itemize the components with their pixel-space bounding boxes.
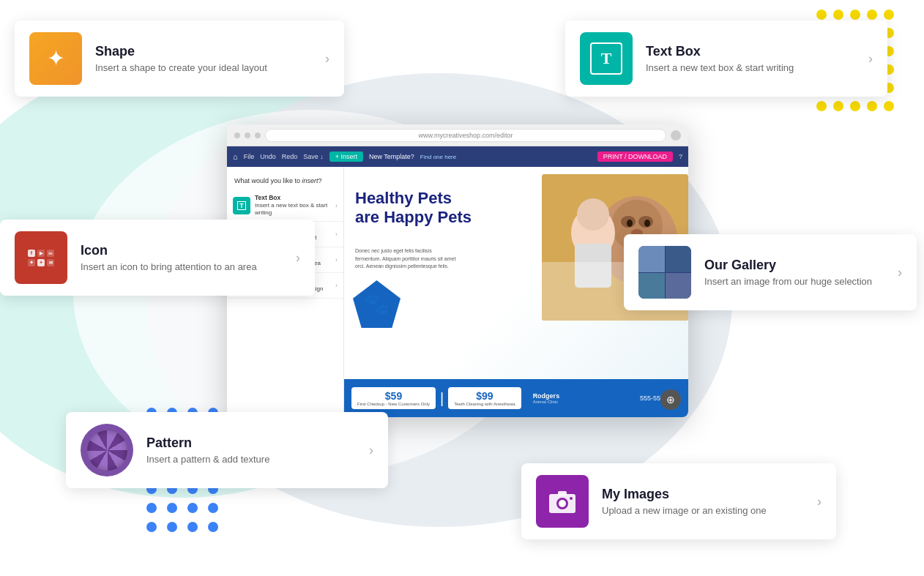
ad-separator: |	[440, 390, 444, 407]
gallery-card-desc: Insert an image from our huge selection	[704, 276, 889, 287]
myimages-card-icon	[536, 475, 589, 528]
shape-card-text: Shape Insert a shape to create your idea…	[95, 44, 316, 73]
svg-point-10	[627, 220, 633, 227]
sidebar-icon-textbox: T	[233, 197, 250, 214]
ad-price-box-2: $99 Teeth Cleaning with Anesthesia	[448, 387, 521, 409]
myimages-card-desc: Upload a new image or an existing one	[602, 505, 808, 516]
sidebar-arrow-shape: ›	[335, 231, 338, 238]
svg-point-14	[577, 198, 609, 231]
pattern-card-arrow: ›	[369, 443, 373, 458]
ad-price-2: $99	[454, 390, 515, 402]
sidebar-arrow-pattern: ›	[335, 282, 338, 289]
toolbar-find-here-link[interactable]: Find one here	[420, 154, 456, 160]
ad-blue-strip: $59 First Checkup - New Customers Only |…	[344, 379, 688, 417]
textbox-card-desc: Insert a new text box & start writing	[646, 62, 860, 73]
svg-rect-3	[558, 491, 567, 495]
browser-toolbar: ⌂ File Undo Redo Save ↓ + Insert New Tem…	[227, 146, 688, 167]
svg-point-4	[570, 497, 573, 500]
ad-price-1: $59	[357, 390, 430, 402]
url-text: www.mycreativeshop.com/editor	[418, 132, 513, 139]
toolbar-insert-btn[interactable]: + Insert	[329, 152, 363, 162]
browser-search-icon	[671, 130, 681, 141]
sidebar-item-textbox[interactable]: T Text Box Insert a new text box & start…	[227, 190, 343, 222]
toolbar-redo-btn[interactable]: Redo	[282, 153, 298, 160]
svg-point-11	[644, 220, 650, 227]
shape-star-icon: ✦	[47, 48, 65, 70]
pattern-card[interactable]: Pattern Insert a pattern & add texture ›	[66, 412, 388, 488]
sidebar-arrow-textbox: ›	[335, 202, 338, 209]
myimages-card-text: My Images Upload a new image or an exist…	[602, 487, 808, 516]
textbox-card-title: Text Box	[646, 44, 860, 59]
camera-icon	[548, 488, 577, 515]
pattern-card-desc: Insert a pattern & add texture	[146, 454, 360, 465]
ad-brand-sub: Animal Clinic	[533, 400, 560, 404]
svg-rect-15	[575, 244, 611, 288]
browser-address-bar: www.mycreativeshop.com/editor	[227, 124, 688, 146]
shape-card-icon: ✦	[29, 32, 82, 85]
sidebar-question: What would you like to insert?	[227, 174, 343, 190]
shape-card-arrow: ›	[325, 51, 329, 67]
ad-price-box-1: $59 First Checkup - New Customers Only	[351, 387, 436, 409]
shape-card-desc: Insert a shape to create your ideal layo…	[95, 62, 316, 73]
pattern-card-icon	[81, 424, 133, 476]
textbox-card[interactable]: T Text Box Insert a new text box & start…	[565, 20, 887, 97]
ad-pet-shape: 🐾	[353, 280, 400, 328]
zoom-button[interactable]: ⊕	[660, 389, 681, 410]
sidebar-label-textbox: Text Box Insert a new text box & start w…	[255, 194, 335, 217]
shape-card[interactable]: ✦ Shape Insert a shape to create your id…	[15, 20, 344, 97]
textbox-card-text: Text Box Insert a new text box & start w…	[646, 44, 860, 73]
textbox-card-icon: T	[580, 32, 633, 85]
ad-body-text: Donec nec justo eget felis facilisis fer…	[355, 247, 458, 271]
toolbar-save-btn[interactable]: Save ↓	[303, 153, 324, 160]
toolbar-file-btn[interactable]: File	[244, 153, 255, 160]
toolbar-home-btn[interactable]: ⌂	[233, 152, 238, 161]
icon-card[interactable]: f ▶ in ✦ + ✉ Icon Insert an icon to brin…	[0, 220, 315, 296]
shape-card-title: Shape	[95, 44, 316, 59]
myimages-card-title: My Images	[602, 487, 808, 502]
myimages-card[interactable]: My Images Upload a new image or an exist…	[521, 463, 836, 539]
myimages-card-arrow: ›	[817, 494, 821, 509]
toolbar-undo-btn[interactable]: Undo	[260, 153, 276, 160]
icon-card-title: Icon	[81, 243, 287, 258]
textbox-T-icon: T	[590, 42, 622, 75]
gallery-cell-2	[666, 246, 692, 272]
icon-card-text: Icon Insert an icon to bring attention t…	[81, 243, 287, 272]
gallery-card[interactable]: Our Gallery Insert an image from our hug…	[624, 234, 917, 310]
gallery-card-icon	[638, 246, 691, 299]
ad-brand-name: Rodgers	[533, 392, 560, 400]
icon-card-desc: Insert an icon to bring attention to an …	[81, 261, 287, 272]
pattern-card-title: Pattern	[146, 435, 360, 451]
toolbar-help-btn[interactable]: ?	[679, 153, 682, 160]
ad-brand-area: Rodgers Animal Clinic	[533, 392, 560, 404]
icon-card-icon: f ▶ in ✦ + ✉	[15, 231, 67, 284]
browser-url[interactable]: www.mycreativeshop.com/editor	[265, 129, 666, 142]
ad-price-2-label: Teeth Cleaning with Anesthesia	[454, 402, 515, 406]
toolbar-print-btn[interactable]: PRINT / DOWNLOAD	[597, 152, 673, 162]
gallery-cell-1	[638, 246, 665, 272]
ad-headline: Healthy Pets are Happy Pets	[355, 189, 472, 228]
gallery-cell-4	[666, 273, 692, 299]
gallery-card-title: Our Gallery	[704, 258, 889, 273]
gallery-cell-3	[638, 273, 665, 299]
icon-card-arrow: ›	[296, 250, 300, 266]
sidebar-arrow-icon: ›	[335, 256, 338, 263]
pattern-card-text: Pattern Insert a pattern & add texture	[146, 435, 360, 465]
pattern-circle-icon	[87, 430, 127, 471]
gallery-card-text: Our Gallery Insert an image from our hug…	[704, 258, 889, 287]
textbox-card-arrow: ›	[868, 51, 873, 67]
zoom-icon: ⊕	[666, 394, 675, 405]
toolbar-new-template-text: New Template?	[369, 153, 414, 160]
ad-price-1-label: First Checkup - New Customers Only	[357, 402, 430, 406]
gallery-card-arrow: ›	[898, 265, 902, 280]
svg-point-2	[559, 500, 566, 507]
